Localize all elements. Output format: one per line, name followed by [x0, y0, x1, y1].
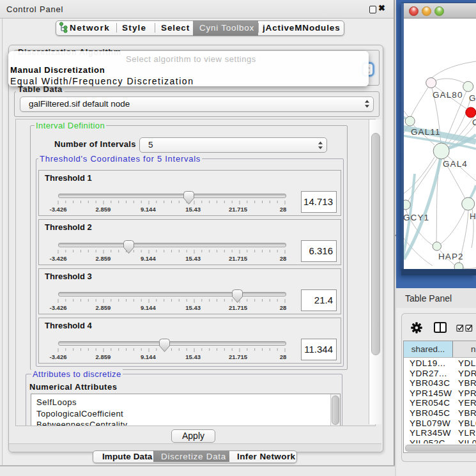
- svg-text:GCY1: GCY1: [404, 213, 429, 222]
- svg-text:GAL80: GAL80: [433, 90, 463, 100]
- svg-text:G.: G.: [469, 93, 476, 103]
- svg-text:C: C: [472, 118, 476, 127]
- svg-text:H: H: [470, 211, 476, 221]
- svg-text:HAP2: HAP2: [438, 252, 464, 261]
- svg-text:GAL4: GAL4: [443, 159, 468, 169]
- svg-text:GAL11: GAL11: [411, 127, 441, 137]
